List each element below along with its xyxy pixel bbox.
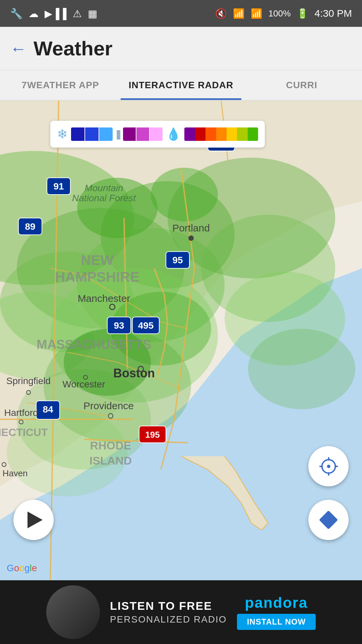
ad-text-block: LISTEN TO FREE PERSONALIZED RADIO	[110, 599, 227, 625]
svg-text:Providence: Providence	[83, 400, 134, 411]
clock: 4:30 PM	[314, 8, 352, 19]
svg-text:195: 195	[145, 430, 160, 440]
svg-text:Springfield: Springfield	[6, 376, 51, 386]
svg-text:91: 91	[53, 181, 64, 192]
svg-text:Hartford: Hartford	[4, 408, 38, 418]
svg-text:NEW: NEW	[81, 252, 114, 268]
cloud-icon: ☁	[28, 8, 39, 19]
status-bar: 🔧 ☁ ▶▐▐ ⚠ ▦ 🔇 📶 📶 100% 🔋 4:30 PM	[0, 0, 362, 27]
page-title: Weather	[34, 37, 113, 60]
radar-legend: ❄ ||| 💧	[50, 121, 265, 148]
svg-text:84: 84	[43, 404, 53, 415]
layers-button[interactable]	[308, 500, 349, 540]
ad-cta: pandora INSTALL NOW	[237, 594, 316, 630]
media-icon: ▶▐▐	[45, 8, 67, 19]
install-now-button[interactable]: INSTALL NOW	[237, 614, 316, 630]
google-logo: Google	[7, 563, 37, 574]
water-drop-icon: 💧	[166, 127, 181, 141]
svg-text:93: 93	[114, 320, 124, 331]
play-button[interactable]	[13, 500, 54, 540]
svg-text:MASSACHUSETTS: MASSACHUSETTS	[37, 337, 151, 352]
svg-text:495: 495	[138, 320, 154, 331]
layers-icon	[318, 510, 339, 530]
warning-icon: ⚠	[73, 8, 82, 19]
svg-text:89: 89	[25, 221, 35, 232]
ad-banner[interactable]: LISTEN TO FREE PERSONALIZED RADIO pandor…	[0, 580, 362, 644]
svg-text:Portland: Portland	[172, 222, 210, 233]
svg-text:National Forest: National Forest	[72, 193, 136, 203]
svg-text:Worcester: Worcester	[62, 379, 105, 389]
ad-headline: LISTEN TO FREE	[110, 599, 227, 612]
play-icon	[27, 512, 43, 528]
map-svg: 91 295 89 95 93 495 84 195 NEW HAMPSHIRE…	[0, 101, 362, 580]
snowflake-icon: ❄	[57, 127, 68, 142]
svg-point-14	[7, 409, 127, 496]
svg-text:ISLAND: ISLAND	[89, 454, 132, 467]
rain-intensity-icon: |||	[116, 128, 120, 140]
battery-icon: 🔋	[297, 8, 308, 19]
wrench-icon: 🔧	[10, 8, 22, 19]
svg-text:HAMPSHIRE: HAMPSHIRE	[55, 269, 139, 285]
ad-content: LISTEN TO FREE PERSONALIZED RADIO pandor…	[46, 585, 316, 639]
tab-7weather[interactable]: 7WEATHER APP	[0, 70, 121, 100]
svg-text:Boston: Boston	[113, 366, 155, 380]
battery-percent: 100%	[268, 8, 291, 19]
status-icons-left: 🔧 ☁ ▶▐▐ ⚠ ▦	[10, 8, 97, 19]
status-icons-right: 🔇 📶 📶 100% 🔋 4:30 PM	[215, 8, 352, 19]
location-button[interactable]	[308, 446, 349, 486]
svg-text:RHODE: RHODE	[90, 439, 131, 452]
svg-text:95: 95	[172, 255, 183, 265]
tab-current[interactable]: CURRI	[241, 70, 362, 100]
signal-icon: 📶	[251, 8, 262, 19]
grid-icon: ▦	[88, 8, 97, 19]
ad-image	[46, 585, 100, 639]
svg-point-18	[248, 329, 355, 409]
wifi-icon: 📶	[233, 8, 245, 19]
pandora-logo: pandora	[245, 594, 308, 611]
svg-text:Haven: Haven	[2, 468, 27, 478]
svg-point-69	[327, 465, 330, 468]
svg-text:Mountain: Mountain	[84, 183, 123, 193]
crosshair-icon	[319, 457, 338, 476]
header: ← Weather	[0, 27, 362, 70]
back-button[interactable]: ←	[10, 40, 27, 57]
svg-point-51	[188, 235, 194, 241]
map-container[interactable]: 91 295 89 95 93 495 84 195 NEW HAMPSHIRE…	[0, 101, 362, 580]
tab-interactive-radar[interactable]: INTERACTIVE RADAR	[121, 70, 241, 100]
ad-subheadline: PERSONALIZED RADIO	[110, 614, 227, 625]
mute-icon: 🔇	[215, 8, 227, 19]
svg-rect-74	[319, 511, 338, 530]
svg-text:NNECTICUT: NNECTICUT	[0, 426, 48, 438]
tab-bar: 7WEATHER APP INTERACTIVE RADAR CURRI	[0, 70, 362, 101]
svg-text:Manchester: Manchester	[78, 293, 130, 304]
